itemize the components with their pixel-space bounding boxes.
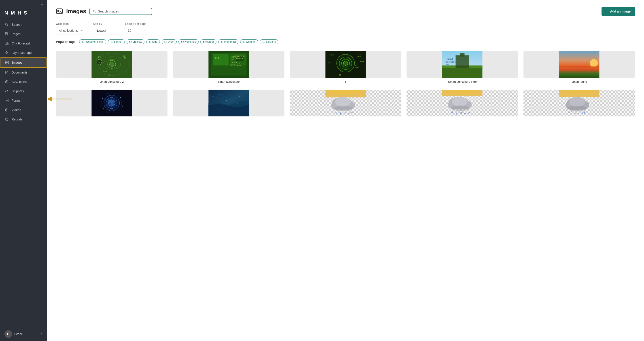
sidebar-item-label: Reports: [12, 118, 42, 121]
svg-text:❄: ❄: [574, 112, 576, 115]
sidebar-item-search[interactable]: Search: [0, 20, 47, 29]
svg-text:❄: ❄: [335, 111, 338, 114]
sidebar-item-svg-icons[interactable]: SVG Icons: [0, 77, 47, 86]
svg-line-137: [579, 111, 580, 114]
svg-text:pH11: pH11: [103, 71, 107, 73]
image-card[interactable]: 2% 21 21 15 pH11 Smart smart agriculture…: [56, 51, 168, 83]
svg-line-139: [584, 111, 585, 114]
image-card[interactable]: ❄ ❄ ❄ ❄ ❄: [290, 90, 402, 119]
tag-workshop[interactable]: 🏷 workshop: [178, 39, 198, 44]
svg-rect-9: [6, 43, 7, 44]
sidebar-item-city-forecast[interactable]: City Forecast ›: [0, 39, 47, 48]
tag-weather-icons[interactable]: 🏷 "weather icons": [79, 39, 106, 44]
svg-text:intro: intro: [446, 64, 449, 66]
sidebar-item-pages[interactable]: Pages ›: [0, 29, 47, 39]
chevron-right-icon: ›: [42, 42, 42, 45]
svg-point-15: [5, 80, 8, 83]
filters-row: Collection All collections Agriculture W…: [56, 22, 635, 34]
image-name: 6: [344, 80, 346, 83]
tag-icon: 🏷: [110, 40, 113, 43]
svg-text:UV: UV: [358, 53, 361, 55]
svg-point-130: [569, 97, 585, 107]
image-card[interactable]: 21.0 UV 84% 1% 100% 13 MPH 60 6: [290, 51, 402, 83]
image-card[interactable]: [56, 90, 168, 119]
tag-weather[interactable]: 🏷 weather: [240, 39, 258, 44]
tag-thumbnail[interactable]: 🏷 thumbnail: [218, 39, 238, 44]
svg-point-119: [451, 105, 470, 111]
sidebar-item-documents[interactable]: Documents: [0, 68, 47, 77]
image-name: smart_agric: [572, 80, 587, 83]
tag-logo[interactable]: 🏷 logo: [146, 39, 160, 44]
tag-banner[interactable]: 🏷 banner: [108, 39, 125, 44]
sort-select[interactable]: Newest Oldest Name A-Z Name Z-A: [93, 27, 118, 34]
add-button-label: Add an image: [610, 9, 630, 13]
svg-text:❄: ❄: [464, 112, 466, 115]
sort-filter: Sort by Newest Oldest Name A-Z Name Z-A: [93, 22, 118, 34]
tag-career[interactable]: 🏷 career: [200, 39, 216, 44]
svg-text:100%: 100%: [359, 60, 364, 62]
sidebar-item-snippets[interactable]: Snippets: [0, 86, 47, 96]
collapse-icon[interactable]: ←: [40, 2, 44, 7]
svg-text:❄: ❄: [582, 111, 584, 114]
plus-icon: +: [606, 9, 608, 14]
layers-icon: [4, 50, 9, 55]
search-icon: [4, 22, 9, 27]
image-name: Smart agriculture: [218, 80, 240, 83]
search-input[interactable]: [98, 9, 148, 13]
page-title-icon: [56, 8, 63, 15]
svg-text:21: 21: [124, 57, 126, 59]
page-title: Images: [66, 8, 86, 15]
image-thumbnail: ❄ ❄ ❄: [524, 90, 635, 116]
reports-icon: [4, 117, 9, 122]
tag-label: weather: [246, 40, 256, 43]
tag-icon: 🏷: [164, 40, 167, 43]
tag-projects[interactable]: 🏷 projects: [126, 39, 144, 44]
svg-text:1%: 1%: [328, 62, 330, 64]
add-image-button[interactable]: + Add an image: [602, 7, 635, 16]
sidebar-item-label: Snippets: [12, 89, 42, 93]
sidebar-item-label: Pages: [12, 32, 42, 36]
sidebar-item-label: SVG Icons: [12, 80, 42, 84]
tag-icon: 🏷: [149, 40, 152, 43]
entries-select[interactable]: 30 10 20 50: [125, 27, 147, 34]
sidebar-item-forms[interactable]: Forms: [0, 96, 47, 105]
collection-select[interactable]: All collections Agriculture Weather Even…: [56, 27, 86, 34]
user-name: Grace: [14, 332, 23, 336]
image-card[interactable]: ❄ ❄ ❄: [524, 90, 635, 119]
svg-rect-45: [213, 54, 228, 65]
user-profile[interactable]: G Grace ∧: [0, 327, 47, 341]
sidebar-item-videos[interactable]: Videos: [0, 105, 47, 115]
page-header: Images + Add an image: [56, 7, 635, 16]
sidebar-item-reports[interactable]: Reports ›: [0, 115, 47, 124]
sidebar-item-images[interactable]: Images: [0, 57, 47, 68]
search-box[interactable]: [90, 8, 152, 15]
image-card[interactable]: [173, 90, 284, 119]
documents-icon: [4, 70, 9, 75]
image-grid: 2% 21 21 15 pH11 Smart smart agriculture…: [56, 51, 635, 119]
image-card[interactable]: pH8 MBAR 1156 SMART Agriculture Temp: 20…: [173, 51, 284, 83]
svg-text:1156: 1156: [230, 59, 234, 61]
sidebar-item-layer-manager[interactable]: Layer Manager ›: [0, 48, 47, 57]
sidebar-nav: Search Pages › City Forecast › Layer Man…: [0, 20, 47, 327]
svg-text:pH8: pH8: [215, 57, 219, 59]
image-card[interactable]: Smart agriculture intro Smart agricultur…: [406, 51, 518, 83]
tag-label: event: [168, 40, 174, 43]
image-card[interactable]: ❄ ❄ ❄ ❄ ❄: [406, 90, 518, 119]
tag-icon: 🏷: [203, 40, 206, 43]
tag-event[interactable]: 🏷 event: [162, 39, 177, 44]
image-name: smart agriculture 2: [100, 80, 124, 83]
svg-point-90: [122, 106, 123, 107]
svg-text:❄: ❄: [351, 111, 353, 114]
svg-text:Temp: 20.5C: Temp: 20.5C: [236, 56, 245, 58]
svg-icon: [4, 79, 9, 84]
tag-label: thumbnail: [224, 40, 236, 43]
svg-text:❄: ❄: [468, 111, 470, 114]
tag-label: "weather icons": [85, 40, 104, 43]
svg-rect-71: [442, 67, 482, 78]
tag-partners[interactable]: 🏷 partners: [260, 39, 278, 44]
svg-text:21: 21: [123, 55, 125, 57]
svg-line-29: [95, 12, 96, 12]
image-card[interactable]: smart_agric: [524, 51, 635, 83]
sidebar-collapse-button[interactable]: ←: [0, 0, 47, 8]
svg-text:SMART: SMART: [231, 62, 237, 64]
